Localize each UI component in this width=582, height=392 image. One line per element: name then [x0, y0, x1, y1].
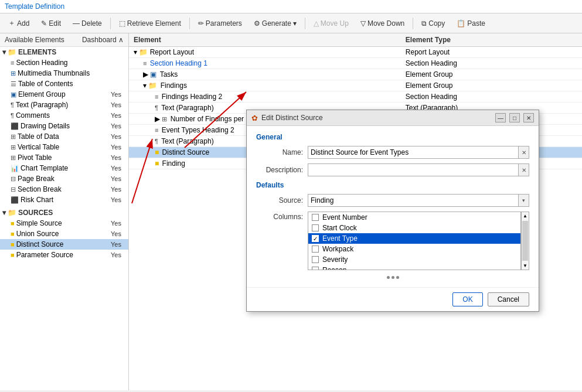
- event-h2-icon: ≡: [155, 127, 158, 134]
- modal-maximize-button[interactable]: □: [509, 113, 520, 122]
- text-para2-icon: ¶: [155, 138, 158, 145]
- scroll-up-icon[interactable]: ▲: [522, 212, 529, 220]
- source-select-arrow: ▾: [519, 194, 529, 207]
- left-panel: Available Elements Dashboard ∧ ▾ 📁 ELEME…: [0, 33, 129, 390]
- retrieve-icon: ⬚: [119, 19, 125, 28]
- list-item[interactable]: ⬛ Drawing Details Yes: [0, 121, 128, 131]
- table-row[interactable]: ▶ ▣ Tasks Element Group: [129, 69, 582, 80]
- toolbar: ＋ Add ✎ Edit — Delete ⬚ Retrieve Element…: [0, 13, 582, 33]
- text-para1-icon: ¶: [155, 104, 158, 111]
- distinct-source-item[interactable]: ■ Distinct Source Yes: [0, 239, 128, 250]
- table-row[interactable]: ≡ Findings Heading 2 Section Heading: [129, 91, 582, 103]
- column-item-start-clock[interactable]: Start Clock: [308, 223, 520, 233]
- element-group-icon: ▣: [11, 91, 16, 98]
- list-item[interactable]: ≡ Section Heading: [0, 57, 128, 68]
- paste-button[interactable]: 📋 Paste: [452, 17, 490, 30]
- column-item-reason[interactable]: Reason: [308, 265, 520, 270]
- columns-row: Columns: Event Number Start Clock: [256, 212, 529, 270]
- generate-dropdown-arrow: ▾: [293, 19, 297, 28]
- list-item[interactable]: ▣ Element Group Yes: [0, 89, 128, 100]
- list-item[interactable]: ⊟ Page Break Yes: [0, 173, 128, 184]
- elements-expand-icon: ▾: [2, 48, 6, 56]
- scroll-indicator: [256, 275, 529, 280]
- col-checkbox-workpack[interactable]: [312, 246, 319, 253]
- edit-button[interactable]: ✎ Edit: [36, 17, 66, 30]
- list-item[interactable]: ⊟ Section Break Yes: [0, 184, 128, 195]
- report-layout-icon: 📁: [139, 48, 148, 56]
- list-item[interactable]: 📊 Chart Template Yes: [0, 163, 128, 173]
- parameters-button[interactable]: ✏ Parameters: [193, 17, 247, 30]
- scroll-dot-1: [387, 276, 390, 279]
- copy-button[interactable]: ⧉ Copy: [417, 17, 450, 30]
- column-item-workpack[interactable]: Workpack: [308, 244, 520, 254]
- sources-expand-icon: ▾: [2, 209, 6, 217]
- findings-icon: 📁: [148, 81, 157, 90]
- multimedia-icon: ⊞: [11, 70, 16, 77]
- move-down-button[interactable]: ▽ Move Down: [356, 17, 409, 30]
- generate-button[interactable]: ⚙ Generate ▾: [249, 17, 301, 30]
- list-item[interactable]: ¶ Text (Paragraph) Yes: [0, 100, 128, 110]
- col-checkbox-event-number[interactable]: [312, 214, 319, 221]
- description-clear-button[interactable]: ✕: [519, 163, 529, 176]
- description-input[interactable]: [308, 163, 519, 176]
- list-item[interactable]: ☰ Table of Contents: [0, 79, 128, 89]
- table-data-icon: ⊞: [11, 133, 16, 141]
- col-checkbox-reason[interactable]: [312, 267, 319, 270]
- retrieve-element-button[interactable]: ⬚ Retrieve Element: [114, 17, 186, 30]
- title-bar: Template Definition: [0, 0, 582, 13]
- modal-body: General Name: ✕ Description: ✕: [247, 126, 539, 287]
- move-up-icon: △: [314, 19, 319, 28]
- drawing-icon: ⬛: [11, 122, 19, 130]
- section-break-icon: ⊟: [11, 186, 16, 193]
- table-row[interactable]: ▾ 📁 Findings Element Group: [129, 80, 582, 91]
- name-input[interactable]: [308, 146, 519, 159]
- list-item[interactable]: ⬛ Risk Chart Yes: [0, 195, 128, 205]
- table-row[interactable]: ≡ Section Heading 1 Section Heading: [129, 58, 582, 69]
- delete-button[interactable]: — Delete: [68, 17, 107, 30]
- add-button[interactable]: ＋ Add: [4, 16, 34, 30]
- col-checkbox-event-type[interactable]: ✓: [312, 235, 319, 242]
- delete-icon: —: [73, 19, 80, 28]
- modal-close-button[interactable]: ✕: [523, 113, 534, 122]
- name-clear-button[interactable]: ✕: [519, 146, 529, 159]
- source-select[interactable]: Finding: [308, 194, 519, 207]
- findings-expand-icon: ▾: [143, 81, 147, 90]
- modal-minimize-button[interactable]: —: [495, 113, 506, 122]
- description-label: Description:: [256, 166, 303, 174]
- cancel-button[interactable]: Cancel: [488, 292, 529, 306]
- column-item-event-type[interactable]: ✓ Event Type: [308, 233, 520, 244]
- elements-group-header[interactable]: ▾ 📁 ELEMENTS: [0, 47, 128, 57]
- elements-group-label: ELEMENTS: [18, 48, 56, 56]
- list-item[interactable]: ¶ Comments Yes: [0, 110, 128, 121]
- column-item-event-number[interactable]: Event Number: [308, 212, 520, 223]
- pivot-icon: ⊞: [162, 115, 167, 122]
- list-item[interactable]: ■ Union Source Yes: [0, 229, 128, 239]
- col-checkbox-severity[interactable]: [312, 256, 319, 263]
- list-item[interactable]: ■ Simple Source Yes: [0, 218, 128, 229]
- list-item[interactable]: ⊞ Vertical Table Yes: [0, 142, 128, 152]
- tasks-expand-icon: ▶: [143, 70, 148, 79]
- findings-h2-icon: ≡: [155, 93, 158, 100]
- columns-scrollbar[interactable]: ▲ ▼: [521, 212, 529, 270]
- move-up-button[interactable]: △ Move Up: [309, 17, 353, 30]
- separator-1: [110, 18, 111, 29]
- union-source-icon: ■: [11, 230, 15, 237]
- distinct-source-row-icon: ■: [155, 148, 159, 156]
- list-item[interactable]: ⊞ Table of Data Yes: [0, 131, 128, 142]
- scroll-down-icon[interactable]: ▼: [522, 262, 529, 270]
- table-row[interactable]: ▾ 📁 Report Layout Report Layout: [129, 47, 582, 58]
- col-checkbox-start-clock[interactable]: [312, 224, 319, 231]
- modal-app-icon: ✿: [251, 114, 258, 122]
- scroll-thumb[interactable]: [522, 221, 528, 261]
- list-item[interactable]: ⊞ Pivot Table Yes: [0, 152, 128, 163]
- list-item[interactable]: ⊞ Multimedia Thumbnails: [0, 68, 128, 79]
- columns-list[interactable]: Event Number Start Clock ✓ Event Type: [308, 212, 521, 270]
- vertical-table-icon: ⊞: [11, 144, 16, 151]
- sources-group-header[interactable]: ▾ 📁 SOURCES: [0, 207, 128, 218]
- separator-4: [413, 18, 413, 29]
- column-item-severity[interactable]: Severity: [308, 254, 520, 265]
- ok-button[interactable]: OK: [452, 292, 482, 306]
- list-item[interactable]: ■ Parameter Source Yes: [0, 250, 128, 260]
- separator-2: [189, 18, 190, 29]
- title-label: Template Definition: [5, 2, 64, 11]
